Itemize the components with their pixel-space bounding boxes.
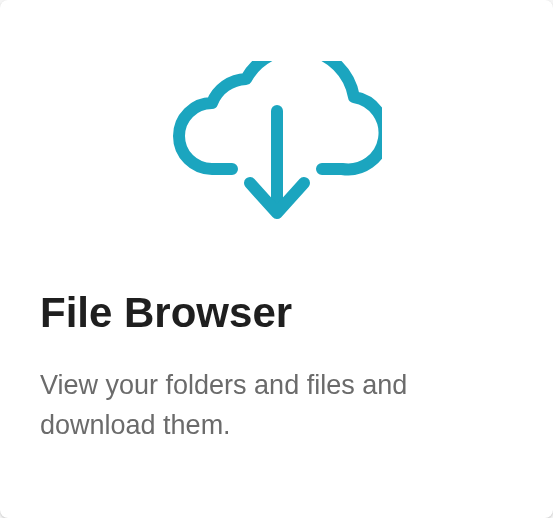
card-title: File Browser bbox=[40, 288, 513, 338]
cloud-download-icon bbox=[172, 61, 382, 235]
card-icon-wrap bbox=[40, 48, 513, 248]
file-browser-card[interactable]: File Browser View your folders and files… bbox=[0, 0, 553, 518]
card-description: View your folders and files and download… bbox=[40, 366, 513, 444]
